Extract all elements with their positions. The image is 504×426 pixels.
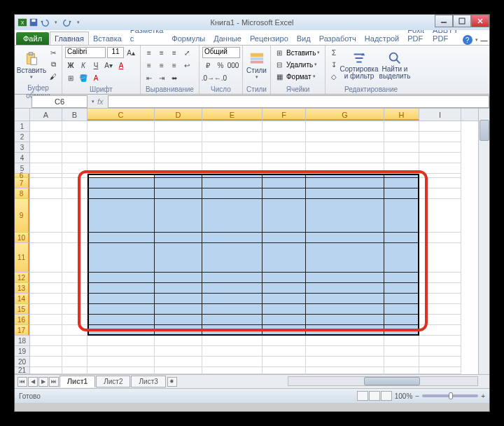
cell[interactable] [384,188,419,199]
row-header-14[interactable]: 14 [15,294,29,304]
merge-icon[interactable]: ⬌ [169,72,180,83]
cell[interactable] [155,315,202,325]
save-icon[interactable] [29,18,38,27]
formula-input[interactable] [108,95,489,108]
cell[interactable] [262,294,306,304]
row-header-1[interactable]: 1 [15,121,29,132]
paste-button[interactable]: Вставить▾ [18,47,46,83]
cell[interactable] [202,121,262,132]
wrap-text-icon[interactable]: ↩ [181,60,192,71]
cell[interactable] [62,153,88,163]
cell[interactable] [155,304,202,315]
row-header-19[interactable]: 19 [15,346,29,357]
cell[interactable] [88,142,155,153]
cell[interactable] [306,273,384,283]
cell[interactable] [384,153,419,163]
copy-icon[interactable]: ⧉ [48,59,59,70]
indent-inc-icon[interactable]: ⇥ [156,72,167,83]
cell[interactable] [419,315,461,325]
ribbon-tab-1[interactable]: Вставка [89,32,126,45]
cell[interactable] [62,121,88,132]
cell[interactable] [155,132,202,142]
ribbon-tab-7[interactable]: Разработч [315,32,360,45]
cell[interactable] [62,188,88,199]
redo-icon[interactable] [62,18,72,27]
cell[interactable] [62,142,88,153]
underline-icon[interactable]: Ч [90,60,102,71]
cell[interactable] [419,121,461,132]
cell[interactable] [30,346,62,357]
align-bot-icon[interactable]: ≡ [169,47,180,58]
cell[interactable] [262,346,306,357]
cell[interactable] [419,243,461,273]
cell[interactable] [306,163,384,174]
vertical-scrollbar[interactable] [478,109,489,374]
cell[interactable] [155,294,202,304]
cell[interactable] [419,153,461,163]
cell[interactable] [155,178,202,188]
increase-font-icon[interactable]: A▴ [125,47,136,58]
ribbon-tab-5[interactable]: Рецензиро [246,32,293,45]
select-all-corner[interactable] [15,109,29,121]
cell[interactable] [384,199,419,233]
font-color2-icon[interactable]: A [90,72,102,83]
cell[interactable] [30,273,62,283]
cell[interactable] [419,163,461,174]
qat-customize-icon[interactable]: ▾ [74,18,83,27]
cell[interactable] [306,178,384,188]
row-header-12[interactable]: 12 [15,273,29,283]
cell[interactable] [419,188,461,199]
cell[interactable] [202,132,262,142]
cell[interactable] [384,243,419,273]
cell[interactable] [306,336,384,346]
col-header-A[interactable]: A [30,109,62,121]
cell[interactable] [202,367,262,374]
zoom-slider-knob[interactable] [449,392,453,399]
inc-decimal-icon[interactable]: .0→ [202,72,214,83]
row-header-8[interactable]: 8 [15,188,29,199]
ribbon-tab-4[interactable]: Данные [209,32,246,45]
find-select-button[interactable]: Найти и выделить [379,47,411,83]
cell[interactable] [88,243,155,273]
cells-viewport[interactable] [30,121,489,374]
cell[interactable] [419,367,461,374]
row-header-21[interactable]: 21 [15,367,29,374]
cell[interactable] [62,283,88,294]
align-right-icon[interactable]: ≡ [169,60,180,71]
col-header-E[interactable]: E [202,109,262,121]
cell[interactable] [202,283,262,294]
cell[interactable] [155,336,202,346]
cell[interactable] [306,233,384,243]
cell[interactable] [30,357,62,367]
cut-icon[interactable]: ✂ [48,47,59,58]
orientation-icon[interactable]: ⤢ [181,47,192,58]
cell[interactable] [30,132,62,142]
hscroll-thumb[interactable] [364,377,420,385]
cell[interactable] [262,142,306,153]
cell[interactable] [419,304,461,315]
cell[interactable] [384,132,419,142]
cell[interactable] [155,142,202,153]
cell[interactable] [419,357,461,367]
help-icon[interactable]: ? [463,35,472,45]
cell[interactable] [202,199,262,233]
cell[interactable] [88,153,155,163]
cell[interactable] [262,188,306,199]
cell[interactable] [30,294,62,304]
col-header-D[interactable]: D [155,109,202,121]
cell[interactable] [88,294,155,304]
cell[interactable] [419,132,461,142]
cell[interactable] [62,233,88,243]
cell[interactable] [419,336,461,346]
cell[interactable] [262,233,306,243]
row-header-4[interactable]: 4 [15,153,29,163]
ribbon-tab-8[interactable]: Надстрой [360,32,403,45]
name-box-dropdown-icon[interactable]: ▾ [92,99,94,104]
cell[interactable] [384,315,419,325]
cell[interactable] [62,199,88,233]
cell[interactable] [88,336,155,346]
decrease-font-icon[interactable]: A▾ [103,60,114,71]
zoom-slider[interactable] [422,394,478,397]
cell[interactable] [306,132,384,142]
font-name-combo[interactable]: Calibri [65,47,106,58]
